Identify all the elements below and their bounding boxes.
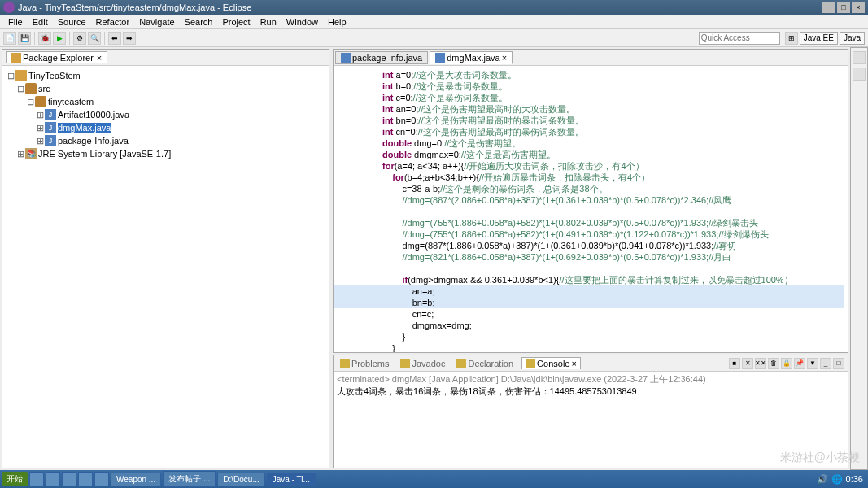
file-dmgmax[interactable]: ⊞J dmgMax.java	[6, 121, 325, 134]
console-remove-button[interactable]: ✕	[742, 358, 753, 369]
java-file-icon: J	[45, 122, 56, 133]
menu-edit[interactable]: Edit	[28, 17, 53, 27]
perspective-java[interactable]: Java	[840, 32, 865, 45]
toolbar: 📄 💾 🐞 ▶ ⚙ 🔍 ⬅ ➡ ⊞ Java EE Java	[0, 29, 868, 47]
menu-search[interactable]: Search	[180, 17, 218, 27]
console-scroll-lock-button[interactable]: 🔒	[781, 358, 792, 369]
src-icon	[25, 83, 37, 94]
package-explorer-label: Package Explorer	[23, 53, 94, 63]
system-tray: 🔊 🌐 0:36	[817, 474, 866, 485]
perspective-javaee[interactable]: Java EE	[800, 32, 838, 45]
view-close-icon[interactable]: ×	[97, 53, 102, 63]
editor-area: package-info.java dmgMax.java × int a=0;…	[333, 49, 848, 353]
open-perspective-button[interactable]: ⊞	[785, 32, 798, 45]
editor-tab-dmgmax[interactable]: dmgMax.java ×	[430, 51, 513, 64]
package-explorer-tab[interactable]: Package Explorer ×	[6, 51, 107, 63]
taskbar-app2-icon[interactable]	[94, 472, 109, 486]
right-trim	[850, 47, 868, 470]
declaration-icon	[456, 359, 466, 368]
taskbar-explorer-icon[interactable]	[29, 472, 44, 486]
package-explorer-view: Package Explorer × ⊟ TinyTeaStem ⊟ src ⊟…	[2, 49, 329, 468]
bottom-panel: Problems Javadoc Declaration Console × ■…	[333, 355, 848, 468]
menu-refactor[interactable]: Refactor	[91, 17, 135, 27]
code-editor[interactable]: int a=0;//这个是大攻击词条数量。int b=0;//这个是暴击词条数量…	[334, 66, 848, 352]
tab-problems[interactable]: Problems	[337, 358, 392, 369]
console-text: 大攻击4词条，暴击16词条，暴伤18词条，伤害评估：14495.48575301…	[337, 386, 844, 398]
src-folder-node[interactable]: ⊟ src	[6, 82, 325, 95]
menu-file[interactable]: File	[3, 17, 28, 27]
maximize-button[interactable]: □	[837, 2, 850, 13]
close-button[interactable]: ×	[852, 2, 865, 13]
console-terminate-button[interactable]: ■	[729, 358, 740, 369]
menu-run[interactable]: Run	[255, 17, 281, 27]
tab-close-icon[interactable]: ×	[502, 53, 507, 63]
file-artifact[interactable]: ⊞J Artifact10000.java	[6, 108, 325, 121]
search-button[interactable]: 🔍	[88, 32, 101, 45]
menu-source[interactable]: Source	[53, 17, 91, 27]
taskbar-item-java[interactable]: Java - Ti...	[267, 473, 316, 486]
watermark: 米游社@小茶梗	[780, 451, 860, 465]
file-packageinfo[interactable]: ⊞J package-Info.java	[6, 134, 325, 147]
menu-navigate[interactable]: Navigate	[134, 17, 179, 27]
problems-icon	[340, 359, 350, 368]
start-button[interactable]: 开始	[2, 472, 28, 486]
console-minimize-button[interactable]: _	[820, 358, 831, 369]
tab-declaration[interactable]: Declaration	[453, 358, 517, 369]
menubar: File Edit Source Refactor Navigate Searc…	[0, 15, 868, 29]
taskbar-app-icon[interactable]	[78, 472, 93, 486]
taskbar-ie-icon[interactable]	[46, 472, 60, 486]
back-button[interactable]: ⬅	[108, 32, 121, 45]
save-button[interactable]: 💾	[18, 32, 31, 45]
menu-window[interactable]: Window	[281, 17, 323, 27]
console-icon	[526, 359, 535, 368]
eclipse-icon	[3, 2, 15, 13]
outline-view-button[interactable]	[853, 51, 866, 64]
tray-icon[interactable]: 🌐	[831, 474, 843, 485]
task-list-button[interactable]	[853, 68, 866, 81]
editor-tab-packageinfo[interactable]: package-info.java	[335, 51, 428, 64]
run-button[interactable]: ▶	[53, 32, 66, 45]
package-node[interactable]: ⊟ tinyteastem	[6, 95, 325, 108]
console-output[interactable]: <terminated> dmgMax [Java Application] D…	[334, 372, 848, 468]
menu-project[interactable]: Project	[217, 17, 255, 27]
taskbar-media-icon[interactable]	[62, 472, 76, 486]
os-taskbar: 开始 Weapon ... 发布帖子 ... D:\Docu... Java -…	[0, 470, 868, 488]
clock[interactable]: 0:36	[846, 474, 863, 484]
menu-help[interactable]: Help	[323, 17, 351, 27]
java-file-icon	[341, 53, 351, 63]
console-display-button[interactable]: ▼	[807, 358, 818, 369]
window-title: Java - TinyTeaStem/src/tinyteastem/dmgMa…	[18, 2, 822, 12]
debug-button[interactable]: 🐞	[38, 32, 51, 45]
console-remove-all-button[interactable]: ✕✕	[755, 358, 766, 369]
forward-button[interactable]: ➡	[123, 32, 136, 45]
tab-javadoc[interactable]: Javadoc	[397, 358, 448, 369]
tab-console[interactable]: Console ×	[521, 357, 581, 369]
library-icon: 📚	[25, 148, 37, 159]
project-icon	[15, 70, 27, 81]
package-explorer-icon	[11, 53, 21, 63]
jre-library-node[interactable]: ⊞📚 JRE System Library [JavaSE-1.7]	[6, 147, 325, 160]
console-maximize-button[interactable]: □	[833, 358, 844, 369]
tray-icon[interactable]: 🔊	[817, 474, 828, 485]
console-pin-button[interactable]: 📌	[794, 358, 805, 369]
window-titlebar: Java - TinyTeaStem/src/tinyteastem/dmgMa…	[0, 0, 868, 15]
minimize-button[interactable]: _	[822, 2, 835, 13]
taskbar-item-weapon[interactable]: Weapon ...	[111, 473, 161, 486]
console-clear-button[interactable]: 🗑	[768, 358, 779, 369]
project-tree: ⊟ TinyTeaStem ⊟ src ⊟ tinyteastem ⊞J Art…	[2, 66, 329, 468]
java-file-icon	[435, 53, 445, 63]
java-file-icon: J	[45, 135, 56, 146]
package-icon	[35, 96, 46, 107]
console-terminated-label: <terminated> dmgMax [Java Application] D…	[337, 373, 844, 386]
quick-access-input[interactable]	[699, 32, 780, 45]
new-button[interactable]: 📄	[3, 32, 16, 45]
open-type-button[interactable]: ⚙	[73, 32, 86, 45]
java-file-icon: J	[45, 109, 56, 120]
project-node[interactable]: ⊟ TinyTeaStem	[6, 69, 325, 82]
quick-access	[699, 32, 780, 45]
taskbar-item-post[interactable]: 发布帖子 ...	[163, 471, 216, 487]
javadoc-icon	[400, 359, 410, 368]
taskbar-item-docs[interactable]: D:\Docu...	[217, 473, 264, 486]
